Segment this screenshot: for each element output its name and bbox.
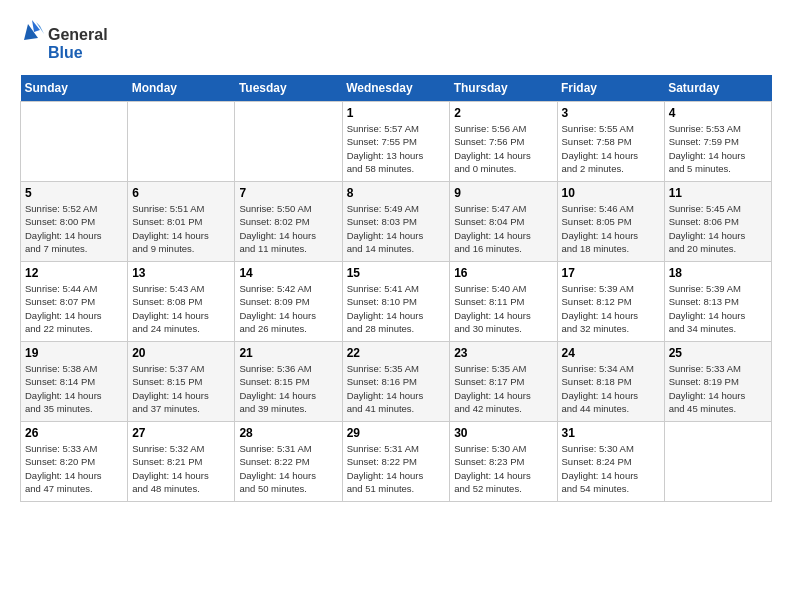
- day-info: Sunrise: 5:47 AM Sunset: 8:04 PM Dayligh…: [454, 202, 552, 255]
- day-info: Sunrise: 5:38 AM Sunset: 8:14 PM Dayligh…: [25, 362, 123, 415]
- logo: General Blue: [20, 20, 130, 65]
- day-info: Sunrise: 5:31 AM Sunset: 8:22 PM Dayligh…: [347, 442, 446, 495]
- calendar-cell: 14Sunrise: 5:42 AM Sunset: 8:09 PM Dayli…: [235, 262, 342, 342]
- calendar-cell: 15Sunrise: 5:41 AM Sunset: 8:10 PM Dayli…: [342, 262, 450, 342]
- day-number: 23: [454, 346, 552, 360]
- calendar-week-row: 26Sunrise: 5:33 AM Sunset: 8:20 PM Dayli…: [21, 422, 772, 502]
- day-number: 25: [669, 346, 767, 360]
- day-number: 28: [239, 426, 337, 440]
- day-number: 24: [562, 346, 660, 360]
- calendar-cell: [235, 102, 342, 182]
- svg-text:Blue: Blue: [48, 44, 83, 61]
- day-info: Sunrise: 5:41 AM Sunset: 8:10 PM Dayligh…: [347, 282, 446, 335]
- day-info: Sunrise: 5:33 AM Sunset: 8:19 PM Dayligh…: [669, 362, 767, 415]
- day-info: Sunrise: 5:46 AM Sunset: 8:05 PM Dayligh…: [562, 202, 660, 255]
- calendar-cell: 12Sunrise: 5:44 AM Sunset: 8:07 PM Dayli…: [21, 262, 128, 342]
- calendar-cell: 27Sunrise: 5:32 AM Sunset: 8:21 PM Dayli…: [128, 422, 235, 502]
- day-number: 4: [669, 106, 767, 120]
- calendar-cell: 24Sunrise: 5:34 AM Sunset: 8:18 PM Dayli…: [557, 342, 664, 422]
- day-number: 19: [25, 346, 123, 360]
- day-number: 6: [132, 186, 230, 200]
- calendar-cell: 2Sunrise: 5:56 AM Sunset: 7:56 PM Daylig…: [450, 102, 557, 182]
- calendar-cell: 10Sunrise: 5:46 AM Sunset: 8:05 PM Dayli…: [557, 182, 664, 262]
- day-number: 13: [132, 266, 230, 280]
- day-info: Sunrise: 5:42 AM Sunset: 8:09 PM Dayligh…: [239, 282, 337, 335]
- logo-svg: General Blue: [20, 20, 130, 65]
- calendar-cell: [664, 422, 771, 502]
- calendar-cell: 4Sunrise: 5:53 AM Sunset: 7:59 PM Daylig…: [664, 102, 771, 182]
- svg-text:General: General: [48, 26, 108, 43]
- day-number: 1: [347, 106, 446, 120]
- day-info: Sunrise: 5:43 AM Sunset: 8:08 PM Dayligh…: [132, 282, 230, 335]
- day-number: 10: [562, 186, 660, 200]
- day-info: Sunrise: 5:33 AM Sunset: 8:20 PM Dayligh…: [25, 442, 123, 495]
- calendar-cell: 3Sunrise: 5:55 AM Sunset: 7:58 PM Daylig…: [557, 102, 664, 182]
- day-number: 7: [239, 186, 337, 200]
- day-number: 17: [562, 266, 660, 280]
- calendar-cell: 30Sunrise: 5:30 AM Sunset: 8:23 PM Dayli…: [450, 422, 557, 502]
- day-number: 12: [25, 266, 123, 280]
- calendar-cell: 8Sunrise: 5:49 AM Sunset: 8:03 PM Daylig…: [342, 182, 450, 262]
- day-number: 31: [562, 426, 660, 440]
- day-info: Sunrise: 5:39 AM Sunset: 8:13 PM Dayligh…: [669, 282, 767, 335]
- day-info: Sunrise: 5:52 AM Sunset: 8:00 PM Dayligh…: [25, 202, 123, 255]
- weekday-header-thursday: Thursday: [450, 75, 557, 102]
- day-number: 26: [25, 426, 123, 440]
- weekday-header-saturday: Saturday: [664, 75, 771, 102]
- day-number: 3: [562, 106, 660, 120]
- calendar-cell: 23Sunrise: 5:35 AM Sunset: 8:17 PM Dayli…: [450, 342, 557, 422]
- day-number: 21: [239, 346, 337, 360]
- day-number: 16: [454, 266, 552, 280]
- calendar-cell: 26Sunrise: 5:33 AM Sunset: 8:20 PM Dayli…: [21, 422, 128, 502]
- day-info: Sunrise: 5:30 AM Sunset: 8:24 PM Dayligh…: [562, 442, 660, 495]
- day-info: Sunrise: 5:50 AM Sunset: 8:02 PM Dayligh…: [239, 202, 337, 255]
- calendar-cell: 21Sunrise: 5:36 AM Sunset: 8:15 PM Dayli…: [235, 342, 342, 422]
- day-info: Sunrise: 5:57 AM Sunset: 7:55 PM Dayligh…: [347, 122, 446, 175]
- day-number: 14: [239, 266, 337, 280]
- calendar-week-row: 5Sunrise: 5:52 AM Sunset: 8:00 PM Daylig…: [21, 182, 772, 262]
- day-number: 11: [669, 186, 767, 200]
- day-number: 5: [25, 186, 123, 200]
- day-info: Sunrise: 5:45 AM Sunset: 8:06 PM Dayligh…: [669, 202, 767, 255]
- calendar-cell: [21, 102, 128, 182]
- calendar-week-row: 12Sunrise: 5:44 AM Sunset: 8:07 PM Dayli…: [21, 262, 772, 342]
- calendar-cell: 7Sunrise: 5:50 AM Sunset: 8:02 PM Daylig…: [235, 182, 342, 262]
- calendar-cell: 5Sunrise: 5:52 AM Sunset: 8:00 PM Daylig…: [21, 182, 128, 262]
- day-info: Sunrise: 5:35 AM Sunset: 8:16 PM Dayligh…: [347, 362, 446, 415]
- day-number: 27: [132, 426, 230, 440]
- day-info: Sunrise: 5:53 AM Sunset: 7:59 PM Dayligh…: [669, 122, 767, 175]
- calendar-cell: 11Sunrise: 5:45 AM Sunset: 8:06 PM Dayli…: [664, 182, 771, 262]
- calendar-table: SundayMondayTuesdayWednesdayThursdayFrid…: [20, 75, 772, 502]
- calendar-cell: 9Sunrise: 5:47 AM Sunset: 8:04 PM Daylig…: [450, 182, 557, 262]
- day-number: 18: [669, 266, 767, 280]
- calendar-week-row: 1Sunrise: 5:57 AM Sunset: 7:55 PM Daylig…: [21, 102, 772, 182]
- calendar-cell: 6Sunrise: 5:51 AM Sunset: 8:01 PM Daylig…: [128, 182, 235, 262]
- calendar-cell: 29Sunrise: 5:31 AM Sunset: 8:22 PM Dayli…: [342, 422, 450, 502]
- day-number: 22: [347, 346, 446, 360]
- day-info: Sunrise: 5:30 AM Sunset: 8:23 PM Dayligh…: [454, 442, 552, 495]
- calendar-cell: 17Sunrise: 5:39 AM Sunset: 8:12 PM Dayli…: [557, 262, 664, 342]
- day-number: 2: [454, 106, 552, 120]
- day-info: Sunrise: 5:39 AM Sunset: 8:12 PM Dayligh…: [562, 282, 660, 335]
- day-info: Sunrise: 5:36 AM Sunset: 8:15 PM Dayligh…: [239, 362, 337, 415]
- calendar-week-row: 19Sunrise: 5:38 AM Sunset: 8:14 PM Dayli…: [21, 342, 772, 422]
- calendar-cell: 1Sunrise: 5:57 AM Sunset: 7:55 PM Daylig…: [342, 102, 450, 182]
- weekday-header-friday: Friday: [557, 75, 664, 102]
- calendar-cell: 28Sunrise: 5:31 AM Sunset: 8:22 PM Dayli…: [235, 422, 342, 502]
- calendar-cell: 13Sunrise: 5:43 AM Sunset: 8:08 PM Dayli…: [128, 262, 235, 342]
- weekday-header-monday: Monday: [128, 75, 235, 102]
- page-header: General Blue: [20, 20, 772, 65]
- calendar-cell: 19Sunrise: 5:38 AM Sunset: 8:14 PM Dayli…: [21, 342, 128, 422]
- day-number: 30: [454, 426, 552, 440]
- day-info: Sunrise: 5:32 AM Sunset: 8:21 PM Dayligh…: [132, 442, 230, 495]
- calendar-cell: 18Sunrise: 5:39 AM Sunset: 8:13 PM Dayli…: [664, 262, 771, 342]
- calendar-cell: 25Sunrise: 5:33 AM Sunset: 8:19 PM Dayli…: [664, 342, 771, 422]
- calendar-cell: 16Sunrise: 5:40 AM Sunset: 8:11 PM Dayli…: [450, 262, 557, 342]
- day-info: Sunrise: 5:51 AM Sunset: 8:01 PM Dayligh…: [132, 202, 230, 255]
- calendar-cell: 20Sunrise: 5:37 AM Sunset: 8:15 PM Dayli…: [128, 342, 235, 422]
- weekday-header-row: SundayMondayTuesdayWednesdayThursdayFrid…: [21, 75, 772, 102]
- day-number: 15: [347, 266, 446, 280]
- weekday-header-sunday: Sunday: [21, 75, 128, 102]
- weekday-header-tuesday: Tuesday: [235, 75, 342, 102]
- day-info: Sunrise: 5:44 AM Sunset: 8:07 PM Dayligh…: [25, 282, 123, 335]
